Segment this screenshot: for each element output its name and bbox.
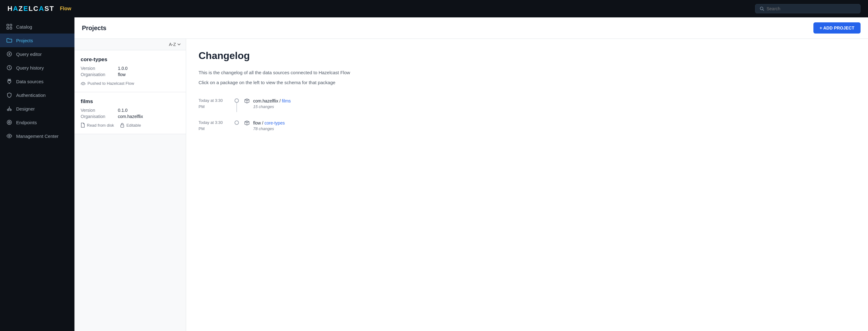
timeline: Today at 3:30 PM xyxy=(198,98,856,139)
eye-icon xyxy=(6,133,12,139)
version-label-core-types: Version xyxy=(81,66,118,71)
pkg-link-0[interactable]: films xyxy=(282,99,291,103)
svg-rect-2 xyxy=(7,24,9,26)
version-value-films: 0.1.0 xyxy=(118,108,127,113)
svg-point-16 xyxy=(9,122,10,123)
badge-text-films-disk: Read from disk xyxy=(87,123,114,128)
topbar: HAZELCAST Flow xyxy=(0,0,868,18)
sidebar-item-management-center[interactable]: Management Center xyxy=(0,129,74,143)
project-meta-version-films: Version 0.1.0 xyxy=(81,108,180,113)
content-area: Projects + ADD PROJECT A-Z xyxy=(74,18,868,331)
sidebar-item-management-center-label: Management Center xyxy=(16,134,59,139)
sidebar-item-endpoints-label: Endpoints xyxy=(16,120,37,125)
changelog-description: This is the changelog of all the data so… xyxy=(198,69,856,76)
clock-icon xyxy=(6,64,12,71)
sidebar-item-endpoints[interactable]: Endpoints xyxy=(0,115,74,129)
logo: HAZELCAST xyxy=(7,5,54,13)
search-icon xyxy=(760,6,764,11)
timeline-connector-0 xyxy=(235,98,239,112)
timeline-connector-1 xyxy=(235,119,239,125)
project-card-films[interactable]: films Version 0.1.0 Organisation com.haz… xyxy=(74,92,186,134)
pkg-link-1[interactable]: core-types xyxy=(265,120,285,126)
svg-point-17 xyxy=(9,135,10,137)
edit-icon xyxy=(6,51,12,57)
changelog-title: Changelog xyxy=(198,50,856,61)
svg-rect-5 xyxy=(10,27,12,29)
badge-editable: Editable xyxy=(120,123,141,128)
timeline-dot-1 xyxy=(235,120,239,125)
main-layout: Catalog Projects Query editor xyxy=(0,18,868,331)
project-meta-org-films: Organisation com.hazelflix xyxy=(81,114,180,119)
sort-label: A-Z xyxy=(169,42,176,47)
target-icon xyxy=(6,119,12,126)
add-project-button[interactable]: + ADD PROJECT xyxy=(813,22,861,33)
version-label-films: Version xyxy=(81,108,118,113)
timeline-time-0: Today at 3:30 PM xyxy=(198,98,229,110)
svg-point-18 xyxy=(83,85,84,85)
timeline-item-0: Today at 3:30 PM xyxy=(198,98,856,112)
pkg-prefix-1: flow / xyxy=(253,120,265,126)
svg-rect-3 xyxy=(10,24,12,26)
package-path-0: com.hazelflix / films xyxy=(253,98,291,104)
svg-rect-19 xyxy=(121,125,124,127)
pkg-changes-0: 15 changes xyxy=(253,104,291,109)
sidebar-item-projects-label: Projects xyxy=(16,38,33,43)
flow-label: Flow xyxy=(60,6,71,11)
svg-point-11 xyxy=(7,109,9,111)
timeline-dot-0 xyxy=(235,99,239,103)
search-input[interactable] xyxy=(767,6,856,11)
pkg-changes-1: 78 changes xyxy=(253,127,285,131)
package-icon-1 xyxy=(244,120,250,126)
project-card-core-types[interactable]: core-types Version 1.0.0 Organisation fl… xyxy=(74,50,186,92)
sort-bar: A-Z xyxy=(74,39,186,50)
project-meta-version-core-types: Version 1.0.0 xyxy=(81,66,180,71)
changelog-sub: Click on a package on the left to view t… xyxy=(198,79,856,86)
project-name-films: films xyxy=(81,99,180,105)
sidebar-item-query-history-label: Query history xyxy=(16,65,44,71)
timeline-line-0 xyxy=(237,103,237,112)
signal-icon xyxy=(81,81,86,86)
sidebar-item-query-editor-label: Query editor xyxy=(16,52,42,57)
sidebar-item-catalog[interactable]: Catalog xyxy=(0,20,74,33)
topbar-left: HAZELCAST Flow xyxy=(7,5,71,13)
scissors-icon xyxy=(6,106,12,112)
badge-text-core-types: Pushed to Hazelcast Flow xyxy=(88,81,134,86)
org-label-films: Organisation xyxy=(81,114,118,119)
sidebar-item-designer[interactable]: Designer xyxy=(0,102,74,115)
sidebar-item-data-sources-label: Data sources xyxy=(16,79,43,84)
org-value-films: com.hazelflix xyxy=(118,114,143,119)
sort-select[interactable]: A-Z xyxy=(169,42,181,47)
chevron-down-icon xyxy=(177,43,181,46)
timeline-time-1: Today at 3:30 PM xyxy=(198,119,229,132)
projects-header: Projects + ADD PROJECT xyxy=(74,18,868,39)
sidebar-item-authentication[interactable]: Authentication xyxy=(0,88,74,102)
timeline-item-1: Today at 3:30 PM xyxy=(198,119,856,132)
version-value-core-types: 1.0.0 xyxy=(118,66,127,71)
project-list: A-Z core-types Version 1.0.0 xyxy=(74,39,186,331)
changelog-panel: Changelog This is the changelog of all t… xyxy=(186,39,868,331)
pkg-prefix-0: com.hazelflix / xyxy=(253,99,282,103)
org-label-core-types: Organisation xyxy=(81,72,118,77)
projects-body: A-Z core-types Version 1.0.0 xyxy=(74,39,868,331)
shield-icon xyxy=(6,92,12,98)
badge-read-from-disk: Read from disk xyxy=(81,123,114,128)
badge-text-films-editable: Editable xyxy=(126,123,141,128)
sidebar-item-authentication-label: Authentication xyxy=(16,92,45,98)
sidebar-item-projects[interactable]: Projects xyxy=(0,33,74,47)
sidebar-item-query-history[interactable]: Query history xyxy=(0,61,74,75)
project-badge-core-types: Pushed to Hazelcast Flow xyxy=(81,81,180,86)
project-name-core-types: core-types xyxy=(81,56,180,63)
sidebar-item-designer-label: Designer xyxy=(16,106,35,111)
grid-icon xyxy=(6,24,12,30)
sidebar-item-query-editor[interactable]: Query editor xyxy=(0,47,74,61)
timeline-text-0: com.hazelflix / films 15 changes xyxy=(253,98,291,109)
svg-line-1 xyxy=(763,10,764,11)
file-icon xyxy=(81,123,85,128)
folder-icon xyxy=(6,37,12,44)
sidebar-item-data-sources[interactable]: Data sources xyxy=(0,75,74,88)
search-box[interactable] xyxy=(755,4,861,13)
project-badges-films: Read from disk Editable xyxy=(81,123,180,128)
lock-icon xyxy=(120,123,124,128)
org-value-core-types: flow xyxy=(118,72,126,77)
plug-icon xyxy=(6,78,12,84)
